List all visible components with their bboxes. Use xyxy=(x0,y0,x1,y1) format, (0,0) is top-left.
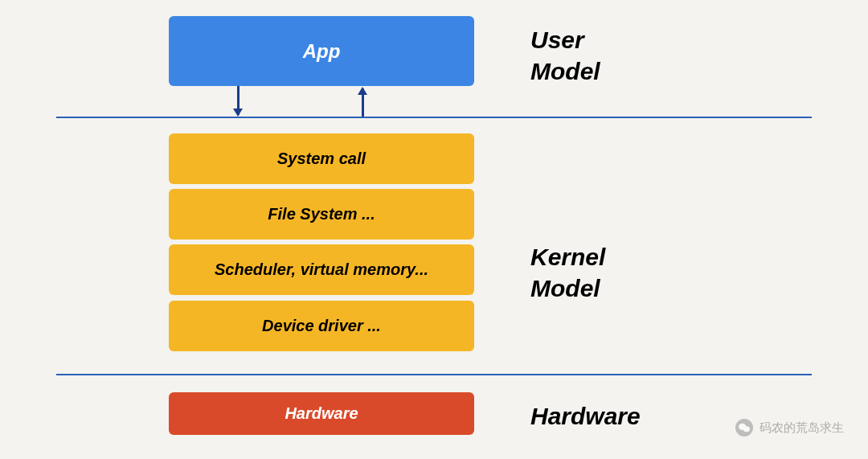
app-label: App xyxy=(303,40,341,63)
kernel-box-label: Device driver ... xyxy=(262,317,381,335)
divider-kernel-hardware xyxy=(56,374,812,375)
kernel-file-system-box: File System ... xyxy=(169,189,474,240)
wechat-icon xyxy=(735,419,753,436)
kernel-box-label: File System ... xyxy=(268,205,375,223)
system-model-diagram: App System call File System ... Schedule… xyxy=(0,0,868,459)
hardware-layer-box: Hardware xyxy=(169,392,474,435)
kernel-box-label: System call xyxy=(277,150,366,168)
arrow-down-icon xyxy=(237,86,240,115)
app-layer-box: App xyxy=(169,16,474,86)
kernel-device-driver-box: Device driver ... xyxy=(169,301,474,351)
svg-point-1 xyxy=(743,426,750,432)
kernel-scheduler-box: Scheduler, virtual memory... xyxy=(169,244,474,295)
kernel-model-label: Kernel Model xyxy=(530,241,605,304)
watermark-text: 码农的荒岛求生 xyxy=(760,420,844,436)
hardware-label: Hardware xyxy=(285,404,358,423)
divider-user-kernel xyxy=(56,117,812,118)
kernel-box-label: Scheduler, virtual memory... xyxy=(215,260,428,279)
kernel-system-call-box: System call xyxy=(169,133,474,184)
user-model-label: User Model xyxy=(530,24,600,87)
arrow-up-icon xyxy=(362,88,364,117)
hardware-section-label: Hardware xyxy=(530,400,641,432)
watermark: 码农的荒岛求生 xyxy=(735,419,844,436)
